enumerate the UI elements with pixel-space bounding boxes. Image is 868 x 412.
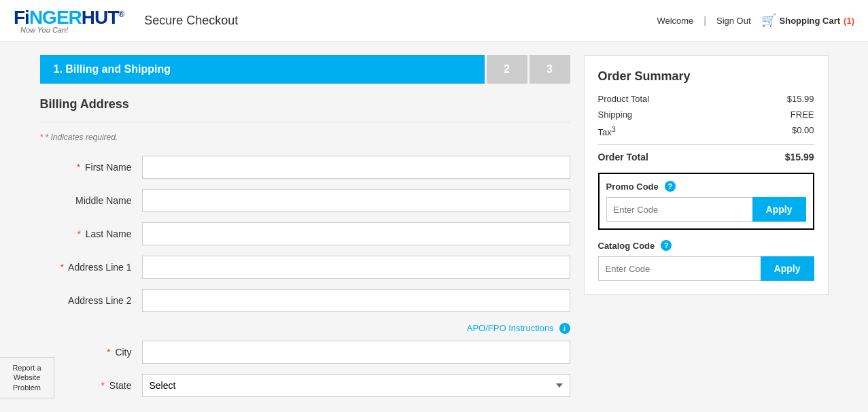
tax-row: Tax3 $0.00 [598,125,814,137]
order-total-label: Order Total [598,152,648,162]
last-name-input[interactable] [142,222,570,245]
promo-code-input[interactable] [606,197,752,222]
header-right: Welcome | Sign Out 🛒 Shopping Cart (1) [657,13,854,28]
order-summary-box: Order Summary Product Total $15.99 Shipp… [584,55,829,295]
header-left: FiNGERHUT® Now You Can! Secure Checkout [14,7,238,34]
shipping-value: FREE [791,109,814,120]
address2-input[interactable] [142,289,570,312]
required-note: * * Indicates required. [40,133,570,142]
catalog-input-row: Apply [598,256,814,281]
step3[interactable]: 3 [530,55,570,84]
header: FiNGERHUT® Now You Can! Secure Checkout … [0,0,868,41]
apo-row: APO/FPO Instructions i [40,322,570,334]
billing-title: Billing Address [40,97,570,111]
middle-name-input[interactable] [142,189,570,212]
last-name-label: * Last Name [40,228,142,239]
address1-row: * Address Line 1 [40,256,570,279]
middle-name-row: Middle Name [40,189,570,212]
step1[interactable]: 1. Billing and Shipping [40,55,485,84]
main-container: 1. Billing and Shipping 2 3 Billing Addr… [27,55,842,407]
address1-label: * Address Line 1 [40,262,142,273]
city-row: * City [40,341,570,364]
cart-label: Shopping Cart [780,16,841,26]
shipping-label: Shipping [598,109,633,120]
product-total-label: Product Total [598,94,650,104]
address1-input[interactable] [142,256,570,279]
catalog-info-icon: ? [661,240,672,251]
middle-name-label: Middle Name [40,195,142,206]
header-divider: | [704,15,706,26]
city-input[interactable] [142,341,570,364]
promo-apply-button[interactable]: Apply [752,197,806,222]
tax-value: $0.00 [792,125,814,137]
state-row: * State Select Alabama Alaska Arizona Ca… [40,374,570,397]
catalog-code-input[interactable] [598,256,761,281]
state-select[interactable]: Select Alabama Alaska Arizona California… [142,374,570,397]
order-total-value: $15.99 [785,152,814,162]
sign-out-link[interactable]: Sign Out [716,16,751,26]
cart-count: (1) [844,16,854,26]
logo-tagline: Now You Can! [20,26,68,34]
state-label: * State [40,380,142,391]
last-name-row: * Last Name [40,222,570,245]
first-name-label: * First Name [40,162,142,173]
logo-container: FiNGERHUT® Now You Can! [14,7,124,34]
first-name-input[interactable] [142,156,570,179]
promo-info-icon: ? [665,181,676,192]
catalog-code-label: Catalog Code ? [598,240,814,251]
product-total-row: Product Total $15.99 [598,94,814,104]
tax-label: Tax3 [598,125,616,137]
shipping-row: Shipping FREE [598,109,814,120]
cart-icon: 🛒 [761,13,776,28]
tax-superscript: 3 [612,125,616,133]
right-column: Order Summary Product Total $15.99 Shipp… [584,55,829,407]
step2[interactable]: 2 [487,55,527,84]
promo-code-label: Promo Code ? [606,181,806,192]
report-problem-button[interactable]: Report a Website Problem [0,357,54,398]
left-column: 1. Billing and Shipping 2 3 Billing Addr… [40,55,570,407]
order-summary-title: Order Summary [598,69,814,84]
product-total-value: $15.99 [787,94,814,104]
catalog-code-section: Catalog Code ? Apply [598,240,814,281]
promo-code-section: Promo Code ? Apply [598,173,814,230]
city-label: * City [40,347,142,358]
steps-bar: 1. Billing and Shipping 2 3 [40,55,570,84]
catalog-apply-button[interactable]: Apply [761,256,814,281]
billing-section: Billing Address * * Indicates required. … [40,97,570,397]
order-total-row: Order Total $15.99 [598,144,814,162]
secure-checkout-title: Secure Checkout [144,14,238,28]
apo-fpo-link[interactable]: APO/FPO Instructions [467,323,554,333]
promo-input-row: Apply [606,197,806,222]
apo-info-icon: i [559,323,570,334]
address2-row: Address Line 2 [40,289,570,312]
cart-link[interactable]: 🛒 Shopping Cart (1) [761,13,854,28]
address2-label: Address Line 2 [40,295,142,306]
welcome-link[interactable]: Welcome [657,16,693,26]
first-name-row: * First Name [40,156,570,179]
